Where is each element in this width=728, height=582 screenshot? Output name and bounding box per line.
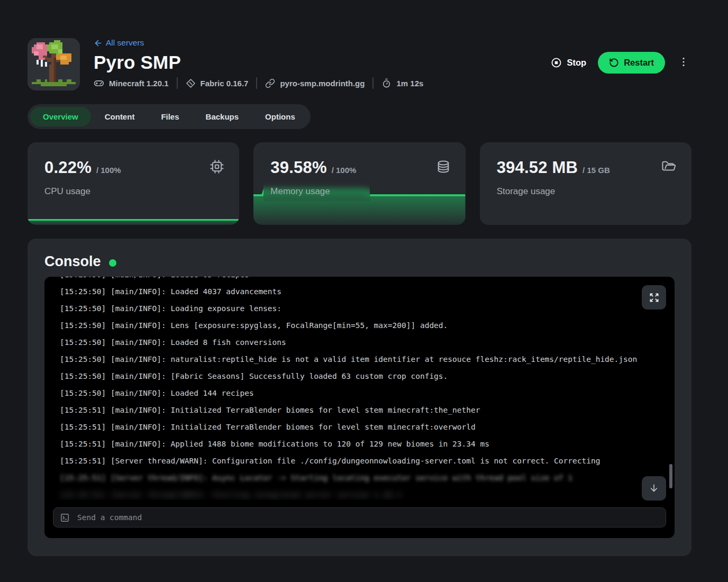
console-terminal: [15:25:50] [main/INFO]: Loaded 63 recipe…: [44, 277, 675, 538]
terminal-icon: [60, 513, 69, 522]
restart-button[interactable]: Restart: [598, 52, 665, 74]
console-log-line: [15:25:50] [main/INFO]: Loaded 144 recip…: [60, 385, 659, 402]
console-log[interactable]: [15:25:50] [main/INFO]: Loaded 63 recipe…: [44, 277, 675, 500]
meta-label: Fabric 0.16.7: [201, 79, 249, 88]
more-options-button[interactable]: [676, 54, 691, 71]
stop-button[interactable]: Stop: [550, 54, 587, 71]
storage-usage-value: 394.52 MB: [497, 158, 578, 177]
tab-backups[interactable]: Backups: [193, 107, 252, 126]
cpu-usage-value: 0.22%: [44, 158, 92, 177]
server-identity: All servers Pyro SMP Minecraft 1.20.1Fab…: [94, 38, 550, 89]
back-to-all-servers-link[interactable]: All servers: [94, 38, 144, 48]
restart-icon: [609, 58, 619, 68]
stop-icon: [551, 57, 562, 68]
storage-usage-total: / 15 GB: [583, 166, 610, 175]
meta-divider: [256, 77, 257, 89]
console-title: Console: [44, 253, 101, 270]
cpu-icon: [210, 159, 224, 176]
console-expand-button[interactable]: [642, 285, 666, 310]
server-meta-gamepad: Minecraft 1.20.1: [94, 78, 169, 88]
scroll-to-bottom-button[interactable]: [642, 476, 666, 501]
console-log-line: [15:25:51] [Server thread/WARN]: Configu…: [60, 452, 659, 469]
server-avatar: [28, 38, 80, 90]
server-meta-link[interactable]: pyro-smp.modrinth.gg: [265, 78, 365, 88]
storage-usage-label: Storage usage: [497, 186, 556, 197]
server-meta-timer: 1m 12s: [381, 78, 423, 88]
meta-label: Minecraft 1.20.1: [109, 79, 169, 88]
tab-bar: OverviewContentFilesBackupsOptions: [28, 104, 311, 129]
memory-usage-card: 39.58% / 100% Memory usage: [253, 142, 465, 225]
command-input[interactable]: [76, 513, 659, 522]
memory-usage-total: / 100%: [332, 166, 357, 175]
console-log-line: [15:25:51] [Server thread/INFO]: Async L…: [60, 469, 659, 486]
memory-usage-value: 39.58%: [270, 158, 326, 177]
arrow-left-icon: [94, 39, 103, 48]
server-header: All servers Pyro SMP Minecraft 1.20.1Fab…: [28, 0, 691, 90]
gamepad-icon: [94, 78, 104, 88]
tab-files[interactable]: Files: [148, 107, 192, 126]
meta-divider: [372, 77, 374, 89]
console-log-line: [15:25:50] [main/INFO]: [Fabric Seasons]…: [60, 368, 659, 385]
page-title: Pyro SMP: [94, 52, 550, 73]
restart-button-label: Restart: [624, 58, 654, 68]
console-scrollbar-thumb[interactable]: [669, 464, 672, 488]
console-log-line: [15:25:50] [main/INFO]: Loaded 8 fish co…: [60, 334, 659, 351]
page-container: All servers Pyro SMP Minecraft 1.20.1Fab…: [28, 0, 691, 556]
server-actions: Stop Restart: [550, 52, 691, 74]
console-log-line: [15:25:51] [Server thread/INFO]: Startin…: [60, 486, 659, 500]
console-card: Console [15:25:50] [main/INFO]: Loaded 6…: [28, 239, 691, 556]
command-bar: [53, 507, 666, 528]
console-log-line: [15:25:51] [main/INFO]: Applied 1488 bio…: [60, 435, 659, 452]
console-log-line: [15:25:50] [main/INFO]: naturalist:repti…: [60, 351, 659, 368]
stop-button-label: Stop: [567, 58, 586, 68]
tab-options[interactable]: Options: [252, 107, 308, 126]
console-log-line: [15:25:50] [main/INFO]: Loading exposure…: [60, 300, 659, 317]
server-online-status-dot: [109, 259, 116, 267]
console-log-line: [15:25:51] [main/INFO]: Initialized Terr…: [60, 402, 659, 419]
expand-icon: [649, 293, 659, 303]
tab-content[interactable]: Content: [92, 107, 148, 126]
meta-label: 1m 12s: [396, 79, 423, 88]
cpu-usage-card: 0.22% / 100% CPU usage: [28, 142, 239, 225]
folder-open-icon: [661, 159, 677, 177]
server-meta-row: Minecraft 1.20.1Fabric 0.16.7pyro-smp.mo…: [94, 77, 550, 89]
tab-overview[interactable]: Overview: [30, 107, 91, 126]
console-log-line: [15:25:50] [main/INFO]: Lens [exposure:s…: [60, 317, 659, 334]
stats-row: 0.22% / 100% CPU usage 39.58% / 100%: [28, 142, 691, 225]
kebab-menu-icon: [678, 56, 689, 68]
storage-usage-card: 394.52 MB / 15 GB Storage usage: [480, 142, 691, 225]
timer-icon: [381, 78, 392, 88]
meta-divider: [177, 77, 178, 89]
tree-avatar-art: [28, 38, 80, 90]
meta-label: pyro-smp.modrinth.gg: [280, 79, 365, 88]
server-meta-fabric: Fabric 0.16.7: [186, 78, 249, 88]
database-icon: [436, 159, 451, 176]
arrow-down-icon: [649, 483, 659, 494]
console-log-line: [15:25:50] [main/INFO]: Loaded 63 recipe…: [60, 277, 659, 283]
cpu-usage-graph: [28, 219, 239, 225]
memory-usage-label: Memory usage: [263, 183, 370, 202]
console-log-line: [15:25:50] [main/INFO]: Loaded 4037 adva…: [60, 283, 659, 300]
back-link-label: All servers: [106, 38, 144, 48]
cpu-usage-total: / 100%: [96, 166, 121, 175]
link-icon: [265, 78, 275, 88]
cpu-usage-label: CPU usage: [44, 186, 90, 197]
fabric-icon: [186, 78, 196, 88]
console-log-line: [15:25:51] [main/INFO]: Initialized Terr…: [60, 419, 659, 435]
